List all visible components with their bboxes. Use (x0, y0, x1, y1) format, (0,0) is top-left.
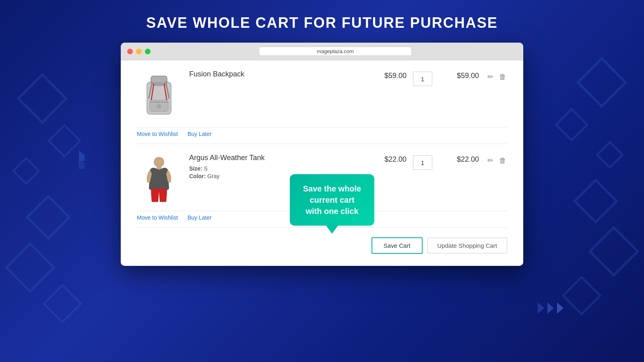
buy-later-backpack[interactable]: Buy Later (188, 131, 212, 137)
window-minimize-dot[interactable] (136, 49, 142, 54)
product-actions-backpack (479, 70, 507, 82)
save-cart-button[interactable]: Save Cart (372, 237, 423, 254)
svg-point-9 (157, 104, 161, 108)
qty-input-backpack[interactable] (413, 72, 432, 86)
page-title: SAVE WHOLE CART FOR FUTURE PURCHASE (0, 0, 644, 43)
bg-decor-7 (576, 57, 627, 108)
bg-decor-3 (12, 157, 41, 185)
left-arrows (76, 153, 87, 167)
product-name-tank: Argus All-Weather Tank (189, 154, 366, 162)
bg-decor-9 (596, 141, 624, 169)
url-bar[interactable]: mageplaza.com (259, 47, 412, 56)
svg-point-10 (154, 157, 164, 167)
product-subtotal-backpack: $59.00 (439, 70, 479, 80)
browser-window: mageplaza.com (121, 43, 523, 266)
product-price-tank: $22.00 (366, 154, 407, 164)
bg-decor-11 (588, 226, 639, 277)
browser-titlebar: mageplaza.com (121, 43, 523, 60)
product-actions-tank (479, 154, 507, 166)
qty-input-tank[interactable] (413, 155, 432, 170)
bg-decor-6 (43, 284, 83, 324)
cart-row-footer-tank: Move to Wishlist Buy Later (137, 211, 507, 228)
bg-decor-12 (562, 276, 602, 316)
bg-decor-4 (25, 194, 71, 240)
edit-button-backpack[interactable] (487, 72, 494, 82)
window-close-dot[interactable] (127, 49, 133, 54)
move-to-wishlist-backpack[interactable]: Move to Wishlist (137, 131, 178, 137)
table-row: Fusion Backpack $59.00 $59.00 (137, 60, 507, 128)
bg-decor-10 (573, 178, 618, 224)
product-price-backpack: $59.00 (366, 70, 407, 80)
delete-button-backpack[interactable] (498, 72, 507, 82)
delete-button-tank[interactable] (498, 155, 507, 166)
bg-decor-8 (555, 108, 589, 142)
product-qty-backpack (407, 70, 439, 86)
table-row: Argus All-Weather Tank Size: S Color: Gr… (137, 144, 507, 211)
cart-content: Fusion Backpack $59.00 $59.00 Move to Wi… (121, 60, 523, 266)
product-color-tank: Color: Gray (189, 173, 366, 179)
product-subtotal-tank: $22.00 (439, 154, 479, 164)
product-info-backpack: Fusion Backpack (189, 70, 366, 82)
product-name-backpack: Fusion Backpack (189, 70, 366, 78)
product-image-backpack (137, 70, 181, 122)
edit-button-tank[interactable] (487, 155, 494, 166)
bg-decor-5 (4, 242, 56, 293)
window-maximize-dot[interactable] (145, 49, 151, 54)
bg-decor-1 (17, 73, 68, 124)
cart-bottom: Save the whole current cart with one cli… (137, 228, 507, 254)
move-to-wishlist-tank[interactable]: Move to Wishlist (137, 214, 178, 221)
right-arrows (538, 302, 564, 314)
product-info-tank: Argus All-Weather Tank Size: S Color: Gr… (189, 154, 366, 181)
product-size-tank: Size: S (189, 165, 366, 172)
update-cart-button[interactable]: Update Shopping Cart (427, 238, 507, 253)
product-image-tank (137, 154, 181, 206)
cart-row-footer-backpack: Move to Wishlist Buy Later (137, 128, 507, 144)
product-qty-tank (407, 154, 439, 170)
buy-later-tank[interactable]: Buy Later (188, 214, 212, 221)
